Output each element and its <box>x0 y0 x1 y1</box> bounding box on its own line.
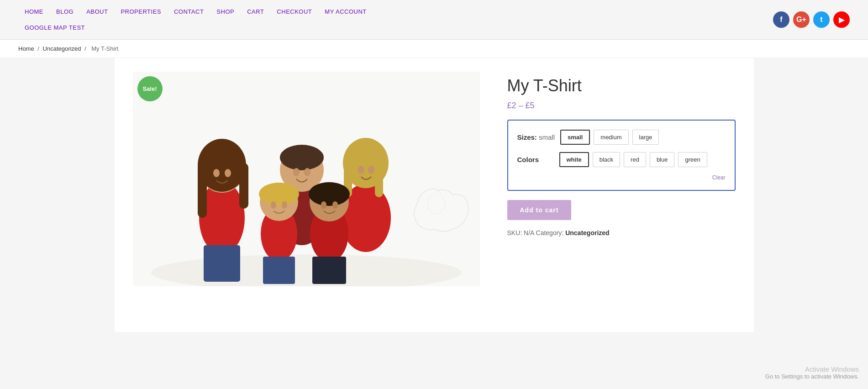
svg-point-13 <box>368 166 374 174</box>
product-price: £2 – £5 <box>507 101 736 110</box>
variation-box: Sizes: small small medium large Colors w… <box>507 120 736 191</box>
header: HOMEBLOGABOUTPROPERTIESCONTACTSHOPCARTCH… <box>0 0 868 40</box>
product-image <box>133 72 480 286</box>
svg-point-26 <box>271 201 276 209</box>
nav-checkout[interactable]: CHECKOUT <box>270 5 318 19</box>
svg-point-6 <box>304 168 310 176</box>
colors-row: Colors white black red blue green <box>517 152 726 167</box>
nav-contact[interactable]: CONTACT <box>168 5 210 19</box>
sizes-label: Sizes: small <box>517 133 555 141</box>
sku-label: SKU: <box>507 229 522 237</box>
facebook-icon[interactable]: f <box>773 11 789 28</box>
navigation: HOMEBLOGABOUTPROPERTIESCONTACTSHOPCARTCH… <box>18 5 373 35</box>
sizes-options: small medium large <box>560 130 659 145</box>
color-green-btn[interactable]: green <box>678 152 707 167</box>
category-label: Category: <box>536 229 564 237</box>
color-black-btn[interactable]: black <box>593 152 620 167</box>
clear-link[interactable]: Clear <box>517 174 726 181</box>
product-details: My T-Shirt £2 – £5 Sizes: small small me… <box>507 72 736 237</box>
size-large-btn[interactable]: large <box>632 130 659 145</box>
nav-home[interactable]: HOME <box>18 5 50 19</box>
svg-point-24 <box>259 183 299 205</box>
svg-rect-19 <box>204 245 240 282</box>
category-value: Uncategorized <box>565 229 609 237</box>
google-plus-icon[interactable]: G+ <box>793 11 810 28</box>
svg-point-4 <box>280 145 324 170</box>
color-white-btn[interactable]: white <box>559 152 589 167</box>
sizes-selected: small <box>539 133 555 141</box>
breadcrumb-current: My T-Shirt <box>91 45 118 52</box>
svg-rect-25 <box>263 257 295 284</box>
nav-blog[interactable]: BLOG <box>50 5 80 19</box>
nav-properties[interactable]: PROPERTIES <box>114 5 168 19</box>
colors-options: white black red blue green <box>559 152 707 167</box>
nav-bottom-row: GOOGLE MAP TEST <box>18 19 373 35</box>
nav-shop[interactable]: SHOP <box>210 5 241 19</box>
svg-point-27 <box>282 201 287 209</box>
breadcrumb: Home / Uncategorized / My T-Shirt <box>0 40 868 58</box>
sizes-row: Sizes: small small medium large <box>517 130 726 145</box>
twitter-icon[interactable]: t <box>813 11 830 28</box>
nav-cart[interactable]: CART <box>241 5 270 19</box>
svg-rect-31 <box>312 257 346 284</box>
svg-point-5 <box>293 168 300 176</box>
svg-point-20 <box>213 169 220 177</box>
sale-badge: Sale! <box>137 76 163 101</box>
nav-top-row: HOMEBLOGABOUTPROPERTIESCONTACTSHOPCARTCH… <box>18 5 373 19</box>
product-image-svg <box>133 72 480 286</box>
nav-google-map-test[interactable]: GOOGLE MAP TEST <box>18 21 91 35</box>
breadcrumb-home[interactable]: Home <box>18 45 34 52</box>
add-to-cart-button[interactable]: Add to cart <box>507 200 572 220</box>
svg-rect-11 <box>375 161 383 197</box>
svg-point-21 <box>225 169 231 177</box>
svg-rect-18 <box>239 163 248 209</box>
product-image-area: Sale! <box>133 72 480 286</box>
size-medium-btn[interactable]: medium <box>594 130 628 145</box>
nav-my-account[interactable]: MY ACCOUNT <box>318 5 373 19</box>
svg-point-12 <box>358 166 364 174</box>
svg-point-32 <box>321 201 326 209</box>
main-content: Sale! <box>115 58 754 332</box>
size-small-btn[interactable]: small <box>560 130 590 145</box>
product-title: My T-Shirt <box>507 76 736 95</box>
svg-point-33 <box>332 201 338 209</box>
color-red-btn[interactable]: red <box>624 152 646 167</box>
svg-rect-17 <box>198 163 207 218</box>
youtube-icon[interactable]: ▶ <box>833 11 850 28</box>
social-icons: f G+ t ▶ <box>773 11 850 28</box>
color-blue-btn[interactable]: blue <box>650 152 675 167</box>
svg-point-30 <box>309 182 350 206</box>
product-meta: SKU: N/A Category: Uncategorized <box>507 229 736 237</box>
nav-about[interactable]: ABOUT <box>80 5 114 19</box>
breadcrumb-uncategorized[interactable]: Uncategorized <box>43 45 81 52</box>
sku-value: N/A <box>524 229 534 237</box>
colors-label: Colors <box>517 156 554 163</box>
